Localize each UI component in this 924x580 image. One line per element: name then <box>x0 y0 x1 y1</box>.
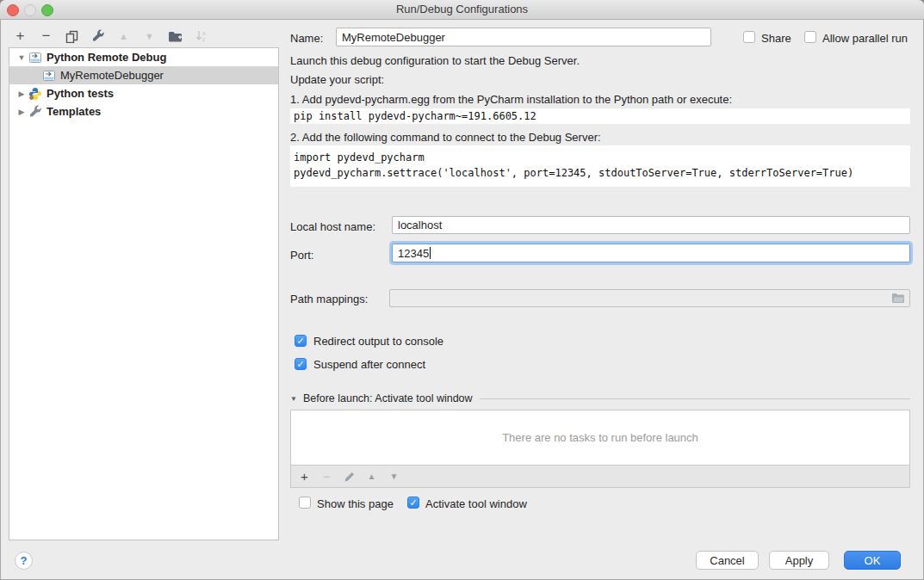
tree-item-label: MyRemoteDebugger <box>60 69 164 82</box>
tree-item-label: Python Remote Debug <box>47 51 166 64</box>
python-tests-icon <box>28 87 42 101</box>
empty-task-list-text: There are no tasks to run before launch <box>502 431 698 444</box>
tree-item-label: Templates <box>47 105 101 118</box>
cancel-button[interactable]: Cancel <box>696 551 759 570</box>
add-task-button[interactable]: + <box>298 470 311 483</box>
tree-item-templates[interactable]: ▶ Templates <box>9 102 278 120</box>
section-rule <box>480 398 910 399</box>
title-bar: Run/Debug Configurations <box>0 0 924 20</box>
instructions-line2: Update your script: <box>290 73 384 86</box>
tree-expanded-caret-icon[interactable]: ▼ <box>16 53 27 62</box>
edit-task-pencil-icon <box>343 470 356 483</box>
configurations-toolbar: + − ▲ ▼ az <box>12 26 209 46</box>
svg-text:z: z <box>202 36 205 42</box>
svg-text:a: a <box>202 30 206 36</box>
suspend-after-connect-label: Suspend after connect <box>313 358 425 371</box>
activate-tool-window-label: Activate tool window <box>425 497 527 510</box>
before-launch-toolbar: + − ▲ ▼ <box>290 466 910 488</box>
allow-parallel-run-checkbox[interactable] <box>804 31 816 43</box>
before-launch-task-list[interactable]: There are no tasks to run before launch <box>290 410 910 466</box>
instructions-step1: 1. Add pydevd-pycharm.egg from the PyCha… <box>290 93 732 106</box>
name-label: Name: <box>290 32 323 45</box>
tree-item-label: Python tests <box>47 87 114 100</box>
share-label: Share <box>761 32 791 45</box>
local-host-name-value: localhost <box>398 219 442 231</box>
ok-button[interactable]: OK <box>844 551 901 570</box>
text-caret <box>430 247 431 259</box>
add-configuration-button[interactable]: + <box>12 28 28 45</box>
instructions-line1: Launch this debug configuration to start… <box>290 54 580 67</box>
remove-configuration-button[interactable]: − <box>38 28 54 45</box>
copy-configuration-icon[interactable] <box>64 28 80 45</box>
settrace-code-block: import pydevd_pycharm pydevd_pycharm.set… <box>290 145 910 187</box>
help-button[interactable]: ? <box>15 552 33 570</box>
suspend-after-connect-checkbox[interactable]: ✓ <box>295 358 307 370</box>
activate-tool-window-checkbox[interactable]: ✓ <box>407 497 419 509</box>
pip-install-code: pip install pydevd-pycharm~=191.6605.12 <box>290 108 910 124</box>
remove-task-button: − <box>320 470 333 483</box>
before-launch-title: Before launch: Activate tool window <box>303 392 473 404</box>
tree-item-python-tests[interactable]: ▶ Python tests <box>9 84 278 102</box>
apply-button[interactable]: Apply <box>769 551 829 570</box>
tree-item-python-remote-debug[interactable]: ▼ Python Remote Debug <box>9 48 278 66</box>
configurations-tree: ▼ Python Remote Debug MyRemoteDebugger ▶… <box>9 47 279 540</box>
path-mappings-input[interactable] <box>389 289 910 307</box>
name-input[interactable]: MyRemoteDebugger <box>336 28 711 46</box>
window-title: Run/Debug Configurations <box>0 3 924 15</box>
settrace-code-line1: import pydevd_pycharm <box>294 151 425 164</box>
run-config-icon <box>28 51 42 65</box>
show-this-page-label: Show this page <box>317 497 394 510</box>
port-label: Port: <box>290 249 313 262</box>
edit-defaults-wrench-icon[interactable] <box>90 28 106 45</box>
port-value: 12345 <box>398 247 429 260</box>
sort-configurations-icon: az <box>193 28 209 45</box>
move-task-down-button: ▼ <box>388 470 400 483</box>
instructions-step2: 2. Add the following command to connect … <box>290 131 601 144</box>
move-down-button: ▼ <box>141 28 158 45</box>
tree-collapsed-caret-icon[interactable]: ▶ <box>16 108 27 116</box>
settrace-code-line2: pydevd_pycharm.settrace('localhost', por… <box>294 167 853 179</box>
run-debug-configurations-dialog: Run/Debug Configurations + − ▲ ▼ az ▼ Py… <box>0 0 924 580</box>
before-launch-header[interactable]: ▼ Before launch: Activate tool window <box>290 392 910 404</box>
browse-folder-icon[interactable] <box>891 293 905 306</box>
allow-parallel-run-label: Allow parallel run <box>822 32 908 45</box>
new-folder-icon[interactable] <box>167 28 183 45</box>
local-host-name-input[interactable]: localhost <box>392 216 910 234</box>
run-config-icon <box>42 69 56 83</box>
collapse-caret-icon[interactable]: ▼ <box>290 395 297 403</box>
share-checkbox[interactable] <box>743 31 755 43</box>
tree-item-myremotedebugger[interactable]: MyRemoteDebugger <box>9 66 278 84</box>
templates-wrench-icon <box>28 105 42 119</box>
tree-collapsed-caret-icon[interactable]: ▶ <box>16 89 27 98</box>
port-input[interactable]: 12345 <box>392 244 910 262</box>
show-this-page-checkbox[interactable] <box>299 497 311 509</box>
move-up-button: ▲ <box>115 28 132 45</box>
redirect-output-checkbox[interactable]: ✓ <box>295 335 307 347</box>
path-mappings-label: Path mappings: <box>290 293 368 305</box>
name-value: MyRemoteDebugger <box>342 31 445 44</box>
move-task-up-button: ▲ <box>365 470 378 483</box>
redirect-output-label: Redirect output to console <box>313 335 443 348</box>
local-host-name-label: Local host name: <box>290 220 375 233</box>
